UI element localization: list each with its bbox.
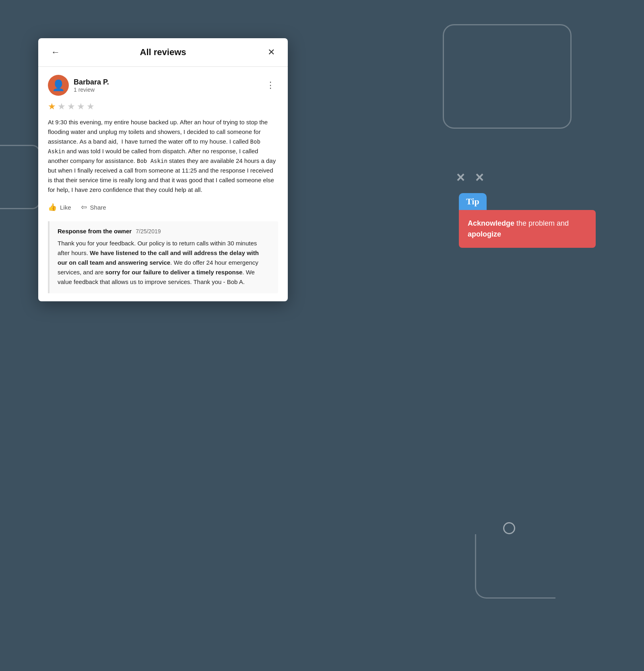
avatar-icon: 👤	[52, 79, 65, 92]
star-rating: ★ ★ ★ ★ ★	[48, 101, 278, 112]
mention-bob-askin-1: Bob Askin	[48, 138, 260, 154]
reviewer-details: Barbara P. 1 review	[74, 78, 109, 93]
modal-title: All reviews	[140, 47, 186, 58]
owner-label: Response from the owner	[58, 228, 132, 235]
owner-response-text: Thank you for your feedback. Our policy …	[58, 239, 270, 287]
star-2-empty: ★	[58, 101, 66, 112]
bold-text-2: sorry for our failure to deliver a timel…	[105, 269, 242, 276]
reviewer-info: 👤 Barbara P. 1 review	[48, 75, 109, 96]
bold-text-1: We have listened to the call and will ad…	[58, 249, 259, 266]
star-4-empty: ★	[77, 101, 85, 112]
star-3-empty: ★	[67, 101, 75, 112]
circle-decoration	[503, 522, 515, 534]
share-icon: ⇦	[81, 203, 87, 212]
reviewer-review-count: 1 review	[74, 86, 109, 93]
tip-bold-2: apologize	[468, 230, 501, 238]
owner-response-header: Response from the owner 7/25/2019	[58, 228, 270, 235]
review-actions: 👍 Like ⇦ Share	[48, 203, 278, 212]
star-5-empty: ★	[87, 101, 95, 112]
reviews-modal: ← All reviews ✕ 👤 Barbara P. 1 review ⋮ …	[38, 38, 288, 301]
reviewer-header: 👤 Barbara P. 1 review ⋮	[48, 75, 278, 96]
owner-response: Response from the owner 7/25/2019 Thank …	[48, 221, 278, 293]
like-icon: 👍	[48, 203, 57, 212]
bg-decoration-bottom-right	[475, 534, 555, 599]
back-button[interactable]: ←	[48, 45, 63, 59]
more-menu-button[interactable]: ⋮	[263, 78, 278, 92]
tip-body: Acknowledge the problem and apologize	[459, 210, 596, 248]
bg-decoration-top-right	[443, 24, 572, 129]
modal-body: 👤 Barbara P. 1 review ⋮ ★ ★ ★ ★ ★ At 9:3…	[38, 67, 288, 301]
like-label: Like	[60, 204, 71, 211]
like-button[interactable]: 👍 Like	[48, 203, 71, 212]
bg-decoration-left	[0, 145, 40, 209]
share-button[interactable]: ⇦ Share	[81, 203, 106, 212]
share-label: Share	[90, 204, 106, 211]
tip-regular: the problem and	[514, 219, 569, 227]
tip-card: Tip Acknowledge the problem and apologiz…	[459, 193, 596, 248]
modal-header: ← All reviews ✕	[38, 38, 288, 67]
close-button[interactable]: ✕	[264, 45, 278, 59]
reviewer-name: Barbara P.	[74, 78, 109, 86]
mention-bob-askin-2: Bob Askin	[137, 158, 167, 164]
star-1-filled: ★	[48, 101, 56, 112]
tip-label: Tip	[459, 193, 487, 210]
owner-response-date: 7/25/2019	[136, 228, 161, 235]
review-text: At 9:30 this evening, my entire house ba…	[48, 117, 278, 195]
tip-bold-1: Acknowledge	[468, 219, 514, 227]
avatar: 👤	[48, 75, 69, 96]
xx-decoration: × ×	[456, 169, 487, 186]
